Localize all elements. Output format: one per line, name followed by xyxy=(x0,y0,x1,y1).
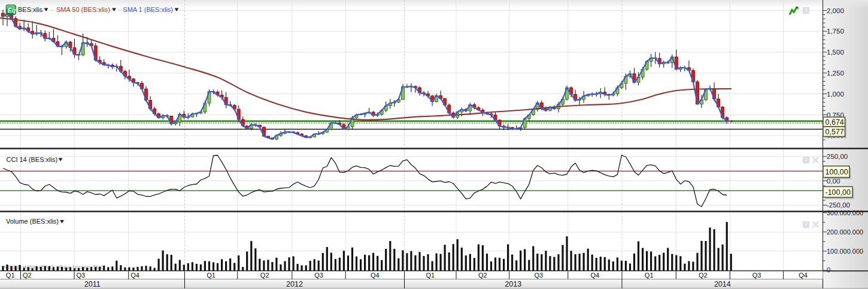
svg-text:1,500: 1,500 xyxy=(827,49,844,56)
svg-text:Volume (BES:xlis): Volume (BES:xlis) xyxy=(6,218,59,225)
svg-text:Q4: Q4 xyxy=(799,272,808,279)
svg-text:0,674: 0,674 xyxy=(825,118,844,127)
svg-text:Eq: Eq xyxy=(8,7,16,14)
svg-text:2014: 2014 xyxy=(714,280,731,288)
svg-text:Q3: Q3 xyxy=(752,272,761,279)
svg-text:0,577: 0,577 xyxy=(825,128,844,136)
svg-text:CCI 14 (BES:xlis): CCI 14 (BES:xlis) xyxy=(7,156,58,163)
svg-text:Q3: Q3 xyxy=(534,272,543,279)
svg-text:-: - xyxy=(51,6,53,13)
svg-text:100.000.000: 100.000.000 xyxy=(827,248,863,255)
svg-text:1,250: 1,250 xyxy=(827,70,844,77)
svg-text:Q1: Q1 xyxy=(426,272,435,279)
svg-text:Q1: Q1 xyxy=(645,272,654,279)
svg-text:200.000.000: 200.000.000 xyxy=(827,228,863,236)
svg-text:2013: 2013 xyxy=(505,280,521,288)
svg-text:1,750: 1,750 xyxy=(827,28,844,35)
svg-text:-250,00: -250,00 xyxy=(827,201,850,209)
svg-text:Q4: Q4 xyxy=(371,272,380,279)
svg-text:Q3: Q3 xyxy=(77,272,86,279)
svg-text:100,00: 100,00 xyxy=(825,168,848,176)
svg-text:2,000: 2,000 xyxy=(827,7,844,14)
svg-text:-: - xyxy=(119,6,120,13)
svg-text:Q1: Q1 xyxy=(207,272,216,279)
svg-text:300.000.000: 300.000.000 xyxy=(827,209,863,216)
svg-text:Q2: Q2 xyxy=(699,272,708,279)
svg-text:Q2: Q2 xyxy=(23,272,32,279)
svg-text:Q2: Q2 xyxy=(478,272,487,279)
svg-text:SMA 1 (BES:xlis): SMA 1 (BES:xlis) xyxy=(123,6,173,13)
svg-text:250,00: 250,00 xyxy=(827,153,848,160)
svg-text:BES:xlis: BES:xlis xyxy=(18,6,43,13)
svg-text:SMA 50 (BES:xlis): SMA 50 (BES:xlis) xyxy=(56,6,110,13)
svg-text:Q4: Q4 xyxy=(130,272,139,279)
svg-text:2012: 2012 xyxy=(286,280,303,288)
svg-text:Q2: Q2 xyxy=(260,272,269,279)
svg-text:Q3: Q3 xyxy=(314,272,323,279)
svg-text:Q1: Q1 xyxy=(6,272,15,279)
svg-text:1,000: 1,000 xyxy=(827,91,844,98)
svg-text:Q4: Q4 xyxy=(591,272,600,279)
svg-text:-100,00: -100,00 xyxy=(825,188,851,197)
svg-text:2011: 2011 xyxy=(84,280,101,288)
svg-text:0: 0 xyxy=(827,266,830,273)
